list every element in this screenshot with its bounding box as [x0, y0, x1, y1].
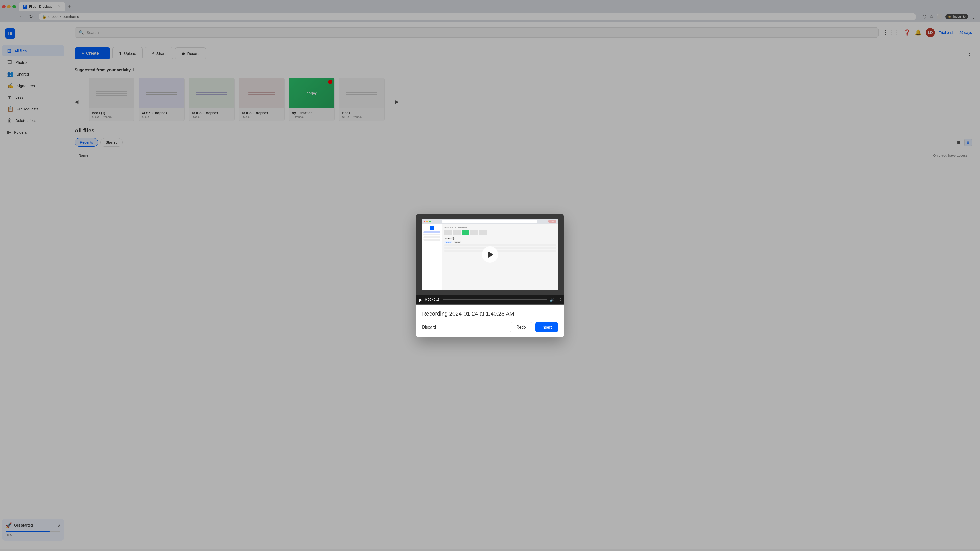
inner-file-row-2: [444, 247, 556, 249]
video-progress-bar[interactable]: [443, 299, 547, 300]
modal-info: Recording 2024-01-24 at 1.40.28 AM Disca…: [416, 305, 564, 338]
redo-button[interactable]: Redo: [510, 322, 532, 332]
inner-files-grid: [444, 230, 556, 235]
video-container: Trial: [416, 214, 564, 305]
video-fullscreen-btn[interactable]: ⛶: [557, 298, 561, 302]
video-screenshot: Trial: [416, 214, 564, 295]
inner-nav-allfiles: [423, 231, 441, 233]
inner-tab-starred: Starred: [453, 241, 461, 243]
inner-allfiles-title: All files ⓘ: [444, 237, 556, 240]
modal-overlay: Trial: [0, 0, 980, 549]
inner-main: Suggested from your activity: [442, 224, 558, 291]
inner-suggested-label: Suggested from your activity: [444, 226, 467, 228]
inner-url-bar: [442, 220, 537, 223]
inner-file-row-1: [444, 244, 556, 246]
inner-tabs: Recents Starred: [444, 241, 556, 243]
inner-nav-shared: [423, 237, 441, 238]
modal-actions: Discard Redo Insert: [422, 322, 558, 332]
inner-nav-photos: [423, 234, 441, 235]
inner-browser-top: Trial: [422, 219, 558, 224]
play-triangle-icon: [488, 251, 493, 258]
inner-suggested: Suggested from your activity: [444, 226, 556, 228]
inner-file-3: [462, 230, 469, 235]
inner-close-dot: [424, 221, 425, 222]
inner-allfiles-section: All files ⓘ Recents Starred: [444, 237, 556, 252]
recording-title: Recording 2024-01-24 at 1.40.28 AM: [422, 310, 558, 317]
inner-file-4: [470, 230, 478, 235]
play-button[interactable]: [482, 246, 498, 263]
inner-logo: [430, 226, 434, 230]
inner-tab-recents: Recents: [444, 241, 452, 243]
insert-button[interactable]: Insert: [535, 322, 558, 332]
inner-max-dot: [429, 221, 431, 222]
inner-file-row-3: [444, 250, 556, 252]
inner-file-5: [479, 230, 487, 235]
inner-sidebar: [422, 224, 442, 291]
video-modal: Trial: [416, 214, 564, 338]
modal-right-actions: Redo Insert: [510, 322, 558, 332]
video-volume-btn[interactable]: 🔊: [550, 298, 554, 302]
inner-nav-sig: [423, 239, 441, 241]
video-seekbar[interactable]: [416, 304, 564, 305]
inner-min-dot: [426, 221, 428, 222]
video-time-total: 0:13: [434, 298, 439, 302]
discard-button[interactable]: Discard: [422, 322, 436, 332]
video-play-btn[interactable]: ▶: [419, 297, 422, 302]
video-time-display: 0:00 / 0:13: [425, 298, 440, 302]
inner-file-1: [444, 230, 452, 235]
video-time-current: 0:00: [425, 298, 431, 302]
inner-file-2: [453, 230, 461, 235]
video-controls: ▶ 0:00 / 0:13 🔊 ⛶: [416, 295, 564, 304]
inner-trial-badge: Trial: [549, 220, 556, 223]
